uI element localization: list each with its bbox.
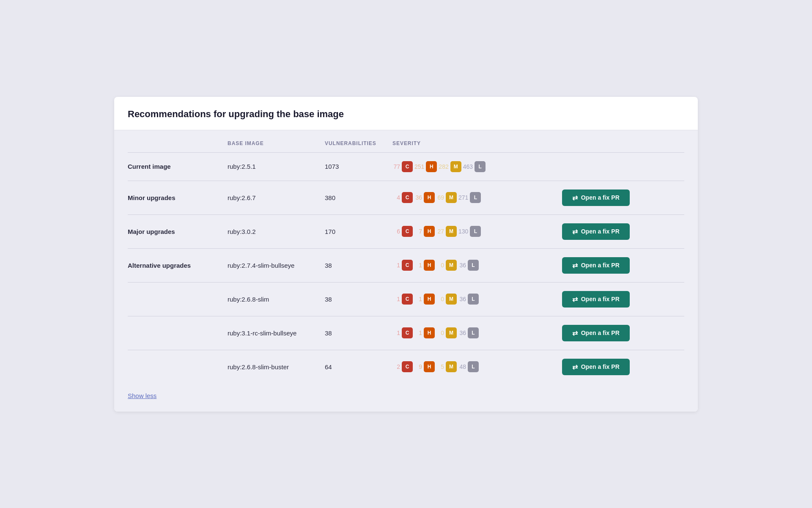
sev-count-critical: 6 <box>392 228 400 235</box>
sev-badge-high: H <box>424 192 435 203</box>
open-fix-pr-button[interactable]: ⇄Open a fix PR <box>562 291 630 308</box>
sev-count-critical: 1 <box>392 330 400 336</box>
show-less-link[interactable]: Show less <box>128 392 156 399</box>
sev-badge-low: L <box>468 361 479 372</box>
sev-count-critical: 77 <box>392 163 400 170</box>
row-severity: 4C36H69M271L <box>386 181 555 214</box>
row-base-image: ruby:3.1-rc-slim-bullseye <box>221 316 318 350</box>
sev-badge-high: H <box>424 294 435 305</box>
fix-pr-button-label: Open a fix PR <box>581 330 620 336</box>
sev-count-low: 36 <box>458 262 466 269</box>
sev-count-high: 251 <box>414 163 424 170</box>
sev-badge-critical: C <box>402 361 413 372</box>
pull-request-icon: ⇄ <box>572 363 578 371</box>
sev-count-high: 1 <box>414 296 422 302</box>
row-vulnerabilities: 1073 <box>318 152 386 181</box>
sev-badge-critical: C <box>402 161 413 172</box>
row-label: Alternative upgrades <box>128 248 221 282</box>
sev-count-low: 48 <box>458 363 466 370</box>
sev-badge-high: H <box>424 327 435 338</box>
pull-request-icon: ⇄ <box>572 295 578 303</box>
sev-count-high: 1 <box>414 262 422 269</box>
table-row: Minor upgradesruby:2.6.73804C36H69M271L⇄… <box>128 181 684 214</box>
pull-request-icon: ⇄ <box>572 228 578 236</box>
sev-badge-low: L <box>470 192 481 203</box>
sev-count-medium: 27 <box>436 228 444 235</box>
table-row: Major upgradesruby:3.0.21706C7H27M130L⇄O… <box>128 214 684 248</box>
fix-pr-button-label: Open a fix PR <box>581 296 620 302</box>
recommendations-table: BASE IMAGE VULNERABILITIES SEVERITY Curr… <box>128 140 684 384</box>
open-fix-pr-button[interactable]: ⇄Open a fix PR <box>562 257 630 274</box>
row-severity: 6C7H27M130L <box>386 214 555 248</box>
fix-pr-button-label: Open a fix PR <box>581 262 620 269</box>
sev-count-high: 7 <box>414 228 422 235</box>
open-fix-pr-button[interactable]: ⇄Open a fix PR <box>562 359 630 375</box>
sev-count-medium: 0 <box>436 262 444 269</box>
row-label: Minor upgrades <box>128 181 221 214</box>
row-action: ⇄Open a fix PR <box>555 350 684 384</box>
pull-request-icon: ⇄ <box>572 261 578 269</box>
row-base-image: ruby:2.6.8-slim <box>221 282 318 316</box>
sev-count-low: 36 <box>458 330 466 336</box>
sev-count-medium: 0 <box>436 296 444 302</box>
sev-badge-medium: M <box>446 361 457 372</box>
sev-badge-critical: C <box>402 192 413 203</box>
sev-badge-high: H <box>426 161 437 172</box>
sev-badge-high: H <box>424 260 435 271</box>
pull-request-icon: ⇄ <box>572 194 578 202</box>
table-body: Current imageruby:2.5.1107377C251H282M46… <box>128 152 684 384</box>
row-vulnerabilities: 38 <box>318 248 386 282</box>
sev-count-medium: 282 <box>439 163 448 170</box>
open-fix-pr-button[interactable]: ⇄Open a fix PR <box>562 189 630 206</box>
table-row: Alternative upgradesruby:2.7.4-slim-bull… <box>128 248 684 282</box>
sev-badge-low: L <box>468 327 479 338</box>
row-action: ⇄Open a fix PR <box>555 282 684 316</box>
row-base-image: ruby:2.7.4-slim-bullseye <box>221 248 318 282</box>
sev-count-high: 36 <box>414 194 422 201</box>
page-title: Recommendations for upgrading the base i… <box>128 109 684 120</box>
sev-count-low: 36 <box>458 296 466 302</box>
sev-badge-critical: C <box>402 260 413 271</box>
table-row: ruby:3.1-rc-slim-bullseye381C1H0M36L⇄Ope… <box>128 316 684 350</box>
sev-count-critical: 2 <box>392 363 400 370</box>
sev-badge-critical: C <box>402 226 413 237</box>
sev-badge-low: L <box>468 294 479 305</box>
row-severity: 1C1H0M36L <box>386 316 555 350</box>
sev-count-medium: 0 <box>436 330 444 336</box>
sev-badge-low: L <box>468 260 479 271</box>
sev-count-critical: 4 <box>392 194 400 201</box>
col-header-action <box>555 140 684 153</box>
sev-badge-medium: M <box>450 161 461 172</box>
col-header-severity: SEVERITY <box>386 140 555 153</box>
fix-pr-button-label: Open a fix PR <box>581 228 620 235</box>
row-vulnerabilities: 380 <box>318 181 386 214</box>
pull-request-icon: ⇄ <box>572 329 578 337</box>
col-header-base-image: BASE IMAGE <box>221 140 318 153</box>
table-row: ruby:2.6.8-slim-buster642C9H5M48L⇄Open a… <box>128 350 684 384</box>
open-fix-pr-button[interactable]: ⇄Open a fix PR <box>562 325 630 341</box>
row-vulnerabilities: 38 <box>318 282 386 316</box>
row-action: ⇄Open a fix PR <box>555 181 684 214</box>
sev-count-high: 1 <box>414 330 422 336</box>
table-head: BASE IMAGE VULNERABILITIES SEVERITY <box>128 140 684 153</box>
open-fix-pr-button[interactable]: ⇄Open a fix PR <box>562 223 630 240</box>
col-header-label <box>128 140 221 153</box>
row-action: ⇄Open a fix PR <box>555 248 684 282</box>
sev-badge-critical: C <box>402 327 413 338</box>
table-wrapper: BASE IMAGE VULNERABILITIES SEVERITY Curr… <box>128 140 684 384</box>
table-row: ruby:2.6.8-slim381C1H0M36L⇄Open a fix PR <box>128 282 684 316</box>
row-base-image: ruby:2.5.1 <box>221 152 318 181</box>
sev-badge-low: L <box>475 161 486 172</box>
card-body: BASE IMAGE VULNERABILITIES SEVERITY Curr… <box>114 130 698 412</box>
row-severity: 77C251H282M463L <box>386 152 555 181</box>
row-action <box>555 152 684 181</box>
sev-count-low: 463 <box>463 163 473 170</box>
row-label: Major upgrades <box>128 214 221 248</box>
row-base-image: ruby:2.6.8-slim-buster <box>221 350 318 384</box>
sev-count-medium: 69 <box>436 194 444 201</box>
row-label <box>128 316 221 350</box>
sev-badge-high: H <box>424 361 435 372</box>
recommendations-card: Recommendations for upgrading the base i… <box>114 97 698 412</box>
table-row: Current imageruby:2.5.1107377C251H282M46… <box>128 152 684 181</box>
row-vulnerabilities: 170 <box>318 214 386 248</box>
